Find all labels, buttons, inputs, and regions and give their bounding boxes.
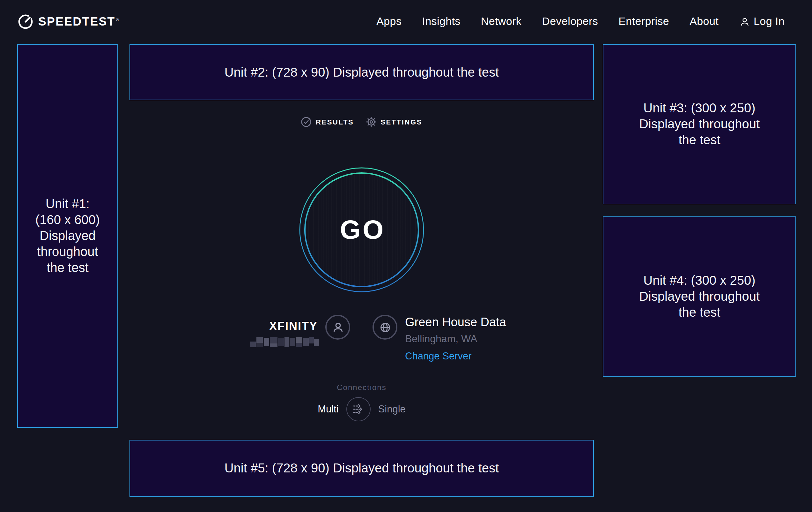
change-server-link[interactable]: Change Server — [405, 350, 506, 362]
speedtest-page: SPEEDTEST® Apps Insights Network Develop… — [0, 0, 812, 512]
ad-unit-3-rectangle: Unit #3: (300 x 250) Displayed throughou… — [603, 44, 796, 204]
check-circle-icon — [301, 117, 311, 127]
login-button[interactable]: Log In — [739, 15, 785, 28]
server-location: Bellingham, WA — [405, 333, 506, 345]
go-button[interactable]: GO — [299, 167, 424, 292]
speedtest-main: RESULTS — [129, 0, 594, 512]
connections-toggle-row: Multi Single — [129, 397, 594, 421]
ad-unit-1-skyscraper: Unit #1: (160 x 600) Displayed throughou… — [17, 44, 118, 428]
logo-wordmark: SPEEDTEST® — [38, 15, 119, 29]
isp-name: XFINITY — [269, 320, 318, 333]
gauge-icon — [17, 14, 34, 30]
isp-person-icon — [325, 315, 350, 340]
nav-item-about[interactable]: About — [690, 15, 719, 28]
tab-settings[interactable]: SETTINGS — [366, 117, 422, 127]
ad-unit-text: Unit #3: (300 x 250) Displayed throughou… — [639, 100, 760, 148]
go-button-label: GO — [299, 167, 424, 292]
connections-label: Connections — [129, 383, 594, 392]
ad-unit-text: Unit #1: (160 x 600) Displayed throughou… — [35, 196, 100, 276]
speedtest-logo[interactable]: SPEEDTEST® — [17, 0, 119, 44]
server-name: Green House Data — [405, 315, 506, 329]
multi-connection-arrows-icon — [351, 402, 366, 416]
tab-results[interactable]: RESULTS — [301, 117, 354, 127]
ad-unit-text: Unit #4: (300 x 250) Displayed throughou… — [639, 273, 760, 321]
connections-toggle[interactable] — [346, 397, 371, 421]
server-globe-icon — [373, 315, 397, 340]
ad-unit-4-rectangle: Unit #4: (300 x 250) Displayed throughou… — [603, 216, 796, 377]
user-icon — [739, 16, 750, 27]
trademark-symbol: ® — [116, 18, 120, 22]
nav-item-enterprise[interactable]: Enterprise — [618, 15, 669, 28]
connections-single-option[interactable]: Single — [378, 403, 406, 415]
isp-ip-redacted — [250, 336, 319, 350]
server-info: Green House Data Bellingham, WA Change S… — [405, 315, 506, 362]
gear-icon — [366, 117, 376, 127]
connections-multi-option[interactable]: Multi — [318, 403, 338, 415]
tab-bar: RESULTS — [129, 117, 594, 127]
